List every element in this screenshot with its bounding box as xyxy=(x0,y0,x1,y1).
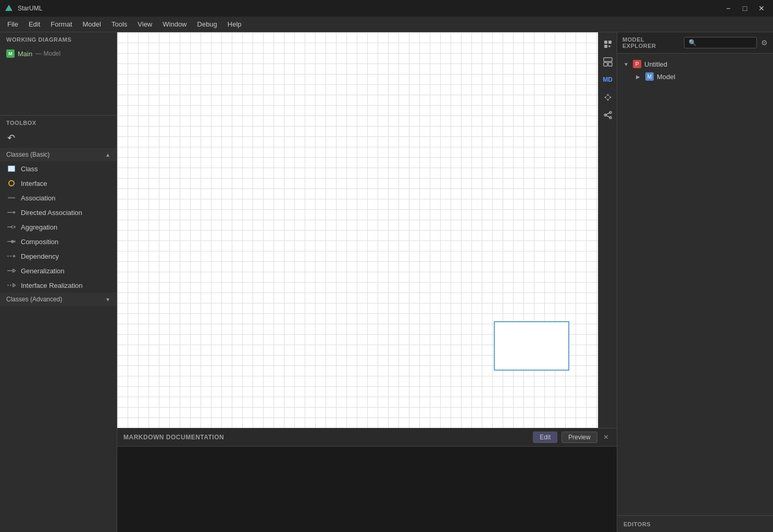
menu-edit[interactable]: Edit xyxy=(23,18,45,30)
menu-tools[interactable]: Tools xyxy=(106,18,132,30)
settings-icon[interactable]: ⚙ xyxy=(761,39,768,47)
toolbox-item-composition[interactable]: Composition xyxy=(0,234,117,249)
svg-marker-3 xyxy=(14,211,16,214)
toolbox-item-association[interactable]: Association xyxy=(0,191,117,205)
untitled-icon: P xyxy=(633,60,641,68)
svg-marker-0 xyxy=(5,5,13,11)
diagram-item-main[interactable]: M Main — Model xyxy=(0,47,117,60)
svg-rect-18 xyxy=(604,45,607,48)
group-collapse-arrow: ▲ xyxy=(105,152,110,158)
right-panel: MODEL EXPLORER ⚙ ▼ P Untitled ▶ M Model … xyxy=(617,32,773,532)
toolbox-item-directed-association[interactable]: Directed Association xyxy=(0,205,117,220)
svg-marker-9 xyxy=(15,240,16,243)
svg-rect-16 xyxy=(604,41,607,44)
diagram-canvas[interactable] xyxy=(117,32,598,428)
diagram-suffix: — Model xyxy=(35,50,60,57)
svg-marker-15 xyxy=(13,284,16,287)
app-title: StarUML xyxy=(18,5,717,12)
toolbox-item-generalization[interactable]: Generalization xyxy=(0,263,117,278)
layout-button[interactable] xyxy=(600,54,616,70)
right-toolbar: MD xyxy=(598,32,617,428)
composition-icon xyxy=(7,237,16,246)
extensions-button[interactable] xyxy=(600,36,616,52)
main-layout: WORKING DIAGRAMS M Main — Model TOOLBOX … xyxy=(0,32,773,532)
class-icon xyxy=(7,164,16,173)
close-button[interactable]: ✕ xyxy=(754,3,769,14)
editors-title: EDITORS xyxy=(624,521,651,527)
menu-model[interactable]: Model xyxy=(78,18,106,30)
maximize-button[interactable]: □ xyxy=(738,3,752,14)
tree-arrow-untitled: ▼ xyxy=(624,61,630,67)
tree-label-model: Model xyxy=(657,73,675,81)
markdown-content[interactable] xyxy=(117,447,617,532)
tree-item-untitled[interactable]: ▼ P Untitled xyxy=(617,58,773,70)
window-controls: − □ ✕ xyxy=(721,3,769,14)
diagram-icon: M xyxy=(6,49,15,58)
title-bar: StarUML − □ ✕ xyxy=(0,0,773,17)
association-icon xyxy=(7,194,16,202)
svg-line-28 xyxy=(605,115,610,118)
markdown-title: MARKDOWN DOCUMENTATION xyxy=(123,434,529,441)
markdown-preview-button[interactable]: Preview xyxy=(562,432,597,443)
svg-marker-23 xyxy=(604,96,612,99)
editors-section: EDITORS xyxy=(617,515,773,532)
markdown-panel: MARKDOWN DOCUMENTATION Edit Preview × xyxy=(117,428,617,532)
classes-basic-label: Classes (Basic) xyxy=(6,151,49,158)
tree-label-untitled: Untitled xyxy=(644,60,667,68)
model-tree: ▼ P Untitled ▶ M Model xyxy=(617,54,773,515)
svg-marker-22 xyxy=(606,94,609,101)
diagram-name: Main xyxy=(18,50,32,58)
toolbox-item-dependency[interactable]: Dependency xyxy=(0,249,117,263)
toolbox-item-aggregation-label: Aggregation xyxy=(21,223,57,231)
markdown-close-button[interactable]: × xyxy=(602,433,610,442)
generalization-icon xyxy=(7,267,16,275)
toolbox-item-composition-label: Composition xyxy=(21,238,58,246)
cursor-area: ↶ xyxy=(0,130,117,148)
model-search-input[interactable] xyxy=(684,37,757,48)
menu-format[interactable]: Format xyxy=(45,18,77,30)
model-explorer-title: MODEL EXPLORER xyxy=(622,36,680,49)
menu-help[interactable]: Help xyxy=(222,18,247,30)
toolbox-item-dependency-label: Dependency xyxy=(21,252,59,260)
svg-rect-20 xyxy=(604,62,607,66)
left-panel: WORKING DIAGRAMS M Main — Model TOOLBOX … xyxy=(0,32,117,532)
svg-marker-6 xyxy=(15,225,16,229)
svg-line-27 xyxy=(605,112,610,115)
toolbox-title: TOOLBOX xyxy=(0,116,117,130)
toolbox-section: TOOLBOX ↶ Classes (Basic) ▲ Class I xyxy=(0,116,117,532)
svg-rect-17 xyxy=(608,41,612,44)
tree-item-model[interactable]: ▶ M Model xyxy=(617,70,773,83)
menu-file[interactable]: File xyxy=(2,18,23,30)
working-diagrams-section: WORKING DIAGRAMS M Main — Model xyxy=(0,32,117,116)
menu-window[interactable]: Window xyxy=(157,18,192,30)
toolbox-item-interface[interactable]: Interface xyxy=(0,176,117,191)
toolbox-item-interface-realization[interactable]: Interface Realization xyxy=(0,278,117,293)
menu-bar: File Edit Format Model Tools View Window… xyxy=(0,17,773,32)
classes-advanced-group-header[interactable]: Classes (Advanced) ▼ xyxy=(0,293,117,306)
toolbox-item-directed-association-label: Directed Association xyxy=(21,209,82,217)
markdown-edit-button[interactable]: Edit xyxy=(533,432,557,443)
toolbox-item-class[interactable]: Class xyxy=(0,161,117,176)
interface-realization-icon xyxy=(7,281,16,289)
classes-basic-group-header[interactable]: Classes (Basic) ▲ xyxy=(0,148,117,161)
menu-debug[interactable]: Debug xyxy=(192,18,222,30)
dependency-icon xyxy=(7,252,16,260)
svg-marker-13 xyxy=(13,269,16,272)
move-button[interactable] xyxy=(600,90,616,105)
interface-icon xyxy=(7,179,16,187)
share-button[interactable] xyxy=(600,107,616,123)
markdown-header: MARKDOWN DOCUMENTATION Edit Preview × xyxy=(117,428,617,447)
markdown-button[interactable]: MD xyxy=(600,72,616,87)
center-area: MD MARKDOWN DOCUMENTATION xyxy=(117,32,617,532)
aggregation-icon xyxy=(7,223,16,231)
toolbox-item-interface-realization-label: Interface Realization xyxy=(21,282,83,289)
model-icon: M xyxy=(645,72,654,81)
menu-view[interactable]: View xyxy=(132,18,157,30)
minimize-button[interactable]: − xyxy=(721,3,735,14)
working-diagrams-title: WORKING DIAGRAMS xyxy=(0,32,117,47)
cursor-icon: ↶ xyxy=(7,132,15,144)
toolbox-item-aggregation[interactable]: Aggregation xyxy=(0,220,117,234)
toolbox-item-class-label: Class xyxy=(21,165,38,173)
model-explorer-header: MODEL EXPLORER ⚙ xyxy=(617,32,773,54)
canvas-class-element[interactable] xyxy=(494,321,569,371)
